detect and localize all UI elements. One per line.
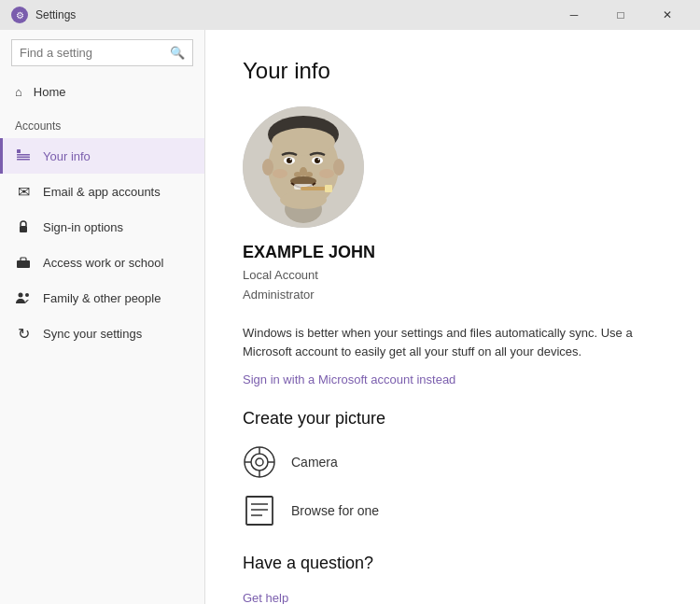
- profile-section: EXAMPLE JOHN Local Account Administrator: [243, 106, 663, 305]
- search-icon: 🔍: [162, 46, 192, 60]
- close-button[interactable]: ✕: [646, 0, 689, 30]
- browse-icon: [243, 494, 276, 527]
- svg-rect-4: [20, 226, 27, 232]
- svg-point-6: [19, 293, 23, 298]
- camera-icon: [243, 445, 276, 479]
- titlebar-title: Settings: [35, 8, 76, 21]
- svg-point-7: [25, 293, 29, 297]
- sidebar-item-signin-label: Sign-in options: [43, 220, 123, 234]
- person-icon: [15, 147, 32, 164]
- minimize-button[interactable]: ─: [553, 0, 595, 30]
- browse-option[interactable]: Browse for one: [243, 494, 663, 527]
- sidebar-item-work[interactable]: Access work or school: [0, 245, 204, 280]
- page-title: Your info: [243, 58, 663, 84]
- email-icon: ✉: [15, 183, 32, 200]
- user-type-1: Local Account: [243, 266, 663, 286]
- svg-point-28: [280, 190, 327, 209]
- svg-rect-38: [246, 497, 273, 525]
- svg-point-33: [256, 458, 263, 466]
- create-picture-title: Create your picture: [243, 409, 663, 428]
- sidebar-item-your-info-label: Your info: [43, 149, 91, 163]
- svg-point-26: [262, 159, 273, 176]
- svg-rect-1: [17, 154, 30, 156]
- briefcase-icon: [15, 254, 32, 271]
- main-content: Your info: [205, 30, 700, 604]
- group-icon: [15, 289, 32, 306]
- avatar: [243, 106, 364, 228]
- lock-icon: [15, 218, 32, 235]
- sidebar-item-sync-label: Sync your settings: [43, 327, 142, 341]
- svg-point-12: [272, 128, 335, 156]
- svg-point-21: [305, 172, 313, 177]
- sidebar-item-sync[interactable]: ↻ Sync your settings: [0, 316, 204, 351]
- settings-app-icon: ⚙: [11, 7, 28, 23]
- picture-options: Camera Browse for one: [243, 445, 663, 527]
- svg-rect-5: [17, 260, 30, 268]
- svg-rect-24: [301, 187, 327, 190]
- camera-option[interactable]: Camera: [243, 445, 663, 479]
- question-section: Have a question? Get help: [243, 554, 663, 604]
- sign-in-link[interactable]: Sign in with a Microsoft account instead: [243, 372, 455, 386]
- svg-rect-25: [325, 185, 332, 192]
- titlebar-left: ⚙ Settings: [11, 7, 76, 23]
- sidebar-item-family[interactable]: Family & other people: [0, 280, 204, 316]
- svg-point-17: [290, 159, 292, 161]
- svg-point-18: [318, 159, 320, 161]
- search-input[interactable]: [12, 40, 162, 65]
- titlebar-controls: ─ □ ✕: [553, 0, 689, 30]
- svg-point-32: [251, 454, 268, 471]
- sidebar-item-family-label: Family & other people: [43, 291, 161, 305]
- sync-section: Windows is better when your settings and…: [243, 324, 663, 387]
- create-picture-section: Create your picture C: [243, 409, 663, 527]
- home-label: Home: [34, 85, 66, 99]
- sync-icon: ↻: [15, 325, 32, 342]
- maximize-button[interactable]: □: [599, 0, 642, 30]
- user-name: EXAMPLE JOHN: [243, 243, 663, 262]
- sidebar-item-email[interactable]: ✉ Email & app accounts: [0, 174, 204, 209]
- sidebar-item-your-info[interactable]: Your info: [0, 138, 204, 174]
- search-box[interactable]: 🔍: [11, 39, 193, 66]
- app-container: 🔍 ⌂ Home Accounts Your info ✉ Email & ap…: [0, 30, 700, 604]
- svg-point-30: [319, 169, 334, 178]
- svg-point-29: [273, 169, 287, 178]
- sidebar-item-work-label: Access work or school: [43, 256, 163, 270]
- svg-point-20: [294, 172, 301, 177]
- sidebar-item-email-label: Email & app accounts: [43, 185, 161, 199]
- sidebar-item-signin[interactable]: Sign-in options: [0, 209, 204, 245]
- svg-rect-0: [17, 149, 21, 153]
- home-icon: ⌂: [15, 85, 22, 99]
- question-title: Have a question?: [243, 554, 663, 573]
- sidebar: 🔍 ⌂ Home Accounts Your info ✉ Email & ap…: [0, 30, 205, 604]
- browse-label: Browse for one: [291, 503, 379, 518]
- user-type-2: Administrator: [243, 286, 663, 305]
- sync-text: Windows is better when your settings and…: [243, 324, 663, 363]
- svg-rect-3: [17, 159, 30, 161]
- camera-label: Camera: [291, 455, 338, 470]
- sidebar-section-label: Accounts: [0, 108, 204, 138]
- titlebar: ⚙ Settings ─ □ ✕: [0, 0, 700, 30]
- svg-rect-2: [17, 157, 30, 159]
- sidebar-item-home[interactable]: ⌂ Home: [0, 76, 204, 108]
- help-link[interactable]: Get help: [243, 591, 288, 604]
- svg-point-27: [333, 159, 344, 176]
